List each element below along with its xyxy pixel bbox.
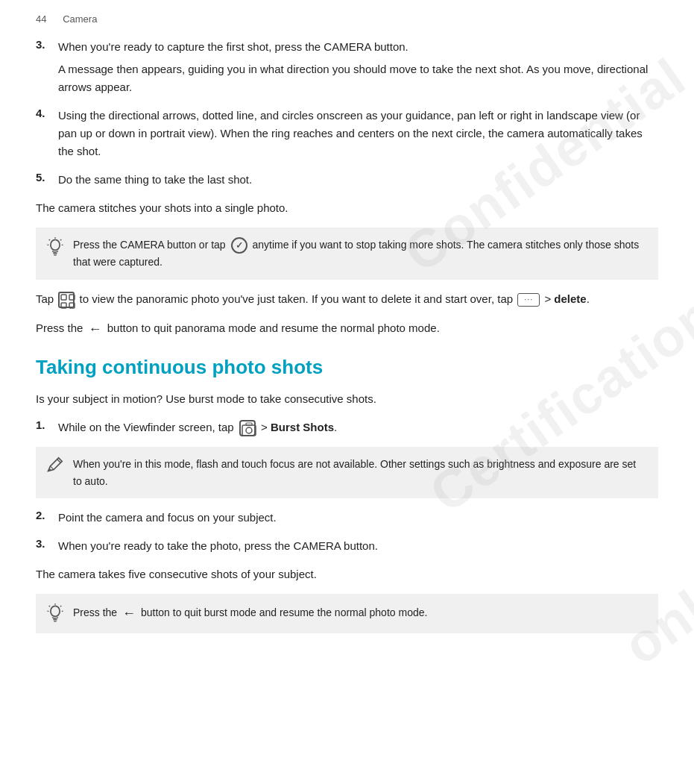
dots-menu-icon: ···	[517, 293, 540, 307]
svg-rect-8	[61, 295, 66, 300]
svg-rect-14	[246, 423, 252, 425]
svg-rect-9	[69, 295, 75, 300]
burst-step-1: 1. While on the Viewfinder screen, tap >…	[36, 418, 658, 436]
paragraph-stitch: The camera stitches your shots into a si…	[36, 199, 658, 217]
lightbulb-icon-2	[45, 603, 66, 624]
back-text1: Press the	[36, 322, 86, 334]
burst-step-2-content: Point the camera and focus on your subje…	[58, 509, 658, 527]
step-3-sub: A message then appears, guiding you in w…	[58, 60, 658, 96]
paragraph-tap: Tap to view the panoramic photo you've j…	[36, 290, 658, 308]
note1-text: When you're in this mode, flash and touc…	[73, 458, 636, 486]
tip2-text1: Press the	[73, 606, 117, 618]
tap-text4: .	[587, 292, 590, 305]
tap-delete-bold: delete	[554, 292, 586, 305]
svg-point-17	[51, 606, 60, 617]
svg-line-5	[60, 239, 61, 240]
back-arrow-icon-2: ←	[122, 603, 136, 624]
step-5-number: 5.	[36, 171, 58, 184]
lightbulb-icon-1	[45, 236, 66, 257]
tip2-text2: button to quit burst mode and resume the…	[141, 606, 427, 618]
section-label: Camera	[63, 13, 97, 25]
page-header: 44 Camera	[36, 13, 658, 25]
burst-shots-bold: Burst Shots	[271, 421, 334, 433]
tap-text3: >	[544, 292, 554, 305]
step-3-content: When you're ready to capture the first s…	[58, 38, 658, 96]
svg-line-16	[50, 466, 54, 470]
checkmark-circle-icon: ✓	[231, 237, 247, 254]
svg-line-4	[49, 239, 50, 240]
camera-settings-icon	[239, 420, 256, 436]
step-3-text: When you're ready to capture the first s…	[58, 40, 408, 53]
svg-point-0	[51, 239, 60, 250]
tip-box-2: Press the ← button to quit burst mode an…	[36, 594, 658, 633]
burst-step-1-number: 1.	[36, 418, 58, 431]
burst-step-3: 3. When you're ready to take the photo, …	[36, 537, 658, 555]
burst-step1-end: .	[334, 421, 337, 433]
back-text2: button to quit panorama mode and resume …	[107, 322, 440, 334]
tip-box-1: Press the CAMERA button or tap ✓ anytime…	[36, 228, 658, 280]
svg-rect-10	[61, 303, 66, 308]
burst-step-1-content: While on the Viewfinder screen, tap > Bu…	[58, 418, 658, 436]
step-3: 3. When you're ready to capture the firs…	[36, 38, 658, 96]
page-container: 44 Camera 3. When you're ready to captur…	[0, 0, 694, 662]
tip1-text-before: Press the CAMERA button or tap	[73, 239, 226, 251]
step-4-content: Using the directional arrows, dotted lin…	[58, 107, 658, 160]
paragraph-back: Press the ← button to quit panorama mode…	[36, 319, 658, 340]
burst-step1-after: >	[261, 421, 271, 433]
svg-point-13	[246, 427, 252, 433]
paragraph-burst: Is your subject in motion? Use burst mod…	[36, 390, 658, 408]
step-4-number: 4.	[36, 107, 58, 119]
burst-step-2: 2. Point the camera and focus on your su…	[36, 509, 658, 527]
burst-step1-before: While on the Viewfinder screen, tap	[58, 421, 234, 433]
tap-text2: to view the panoramic photo you've just …	[80, 292, 517, 305]
note-box-1: When you're in this mode, flash and touc…	[36, 447, 658, 498]
svg-line-21	[49, 606, 50, 606]
step-4: 4. Using the directional arrows, dotted …	[36, 107, 658, 160]
tap-text1: Tap	[36, 292, 57, 305]
section-title-burst: Taking continuous photo shots	[36, 355, 658, 380]
burst-step-3-number: 3.	[36, 537, 58, 550]
page-number: 44	[36, 13, 46, 25]
svg-rect-11	[69, 303, 75, 308]
grid-icon	[58, 292, 75, 308]
svg-line-22	[60, 606, 61, 606]
step-5: 5. Do the same thing to take the last sh…	[36, 171, 658, 189]
step-3-number: 3.	[36, 38, 58, 51]
burst-step-3-content: When you're ready to take the photo, pre…	[58, 537, 658, 555]
svg-rect-12	[242, 425, 256, 436]
pencil-icon	[45, 456, 66, 477]
back-arrow-icon-1: ←	[89, 319, 102, 340]
step-5-content: Do the same thing to take the last shot.	[58, 171, 658, 189]
burst-step-2-number: 2.	[36, 509, 58, 521]
paragraph-five: The camera takes five consecutive shots …	[36, 565, 658, 583]
